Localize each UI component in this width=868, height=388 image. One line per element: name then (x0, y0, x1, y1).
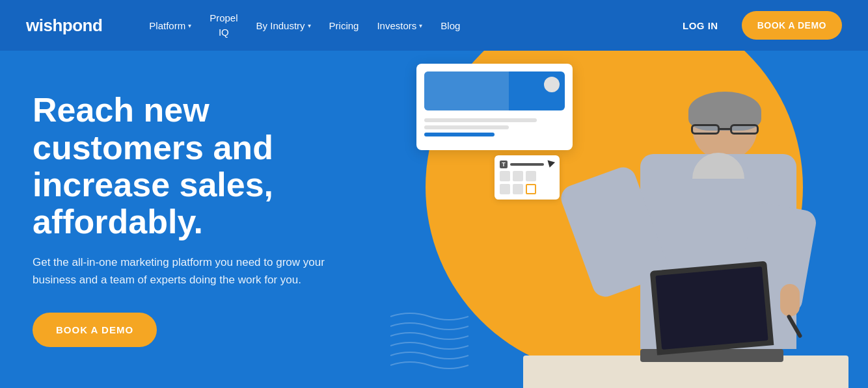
cursor-icon (546, 161, 555, 169)
wave-decoration (390, 310, 468, 375)
pricing-nav-item[interactable]: Pricing (321, 15, 367, 36)
ui-card-header (424, 71, 565, 110)
brand-logo[interactable]: wishpond (26, 16, 102, 36)
industry-nav-item[interactable]: By Industry ▾ (249, 15, 319, 36)
nav-links: Platform ▾ Propel IQ By Industry ▾ Prici… (141, 7, 672, 44)
ui-card-header-inner (424, 71, 509, 110)
hero-subtitle: Get the all-in-one marketing platform yo… (33, 253, 345, 289)
investors-label: Investors (377, 20, 416, 31)
text-icon: T (500, 161, 508, 168)
ui-toolbar: T (495, 155, 560, 200)
ui-toolbar-row-2 (500, 171, 554, 181)
platform-chevron-icon: ▾ (188, 22, 191, 29)
blog-nav-item[interactable]: Blog (433, 15, 468, 36)
propel-iq-label-line1: Propel (210, 12, 237, 24)
ui-line-2 (424, 125, 509, 129)
ui-line-3-button (424, 133, 495, 136)
ui-toolbar-row-3 (500, 184, 554, 194)
toolbar-icon-2 (513, 171, 523, 181)
navbar: wishpond Platform ▾ Propel IQ By Industr… (0, 0, 868, 51)
nav-right: LOG IN BOOK A DEMO (672, 11, 842, 40)
hero-section: T (0, 51, 868, 388)
ui-card (416, 64, 573, 150)
industry-label: By Industry (256, 20, 305, 31)
industry-chevron-icon: ▾ (308, 22, 311, 29)
book-demo-nav-button[interactable]: BOOK A DEMO (742, 11, 842, 40)
hero-content: Reach new customers and increase sales, … (33, 92, 371, 346)
toolbar-icon-4 (500, 184, 510, 194)
blog-label: Blog (441, 20, 460, 31)
platform-nav-item[interactable]: Platform ▾ (141, 15, 199, 36)
person-hand (780, 284, 800, 317)
toolbar-icon-star (526, 184, 536, 194)
investors-chevron-icon: ▾ (419, 22, 422, 29)
ui-line-1 (424, 118, 537, 122)
propel-iq-nav-item[interactable]: Propel IQ (202, 7, 245, 44)
toolbar-icon-3 (526, 171, 536, 181)
pricing-label: Pricing (329, 20, 359, 31)
propel-iq-label-line2: IQ (219, 27, 229, 38)
platform-label: Platform (149, 20, 185, 31)
investors-nav-item[interactable]: Investors ▾ (369, 15, 430, 36)
hero-title: Reach new customers and increase sales, … (33, 92, 371, 240)
toolbar-icon-5 (513, 184, 523, 194)
login-button[interactable]: LOG IN (672, 15, 729, 36)
ui-toolbar-row-1: T (500, 161, 554, 168)
ui-mockup-widget: T (416, 64, 573, 200)
toolbar-icon-1 (500, 171, 510, 181)
person-image (536, 76, 835, 388)
ui-card-body (424, 116, 565, 142)
person-glasses (690, 123, 760, 136)
laptop-screen (650, 261, 774, 355)
book-demo-hero-button[interactable]: BOOK A DEMO (33, 313, 157, 347)
